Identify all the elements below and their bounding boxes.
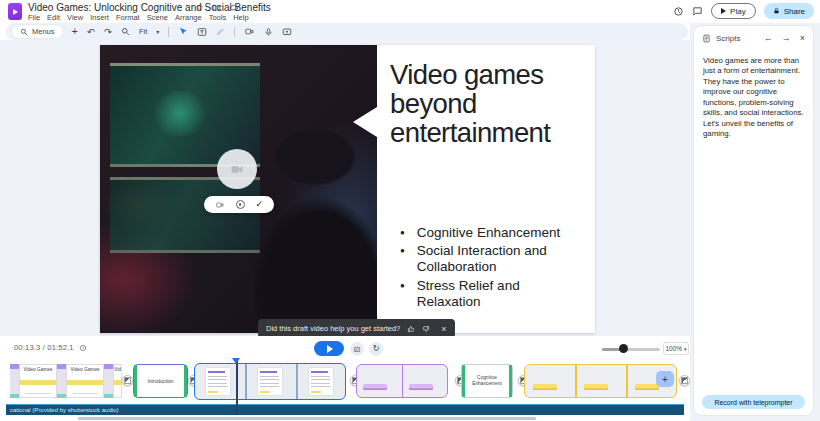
scene-thumb-strip[interactable]: [104, 364, 113, 398]
move-folder-icon[interactable]: [212, 3, 221, 12]
scene-thumbnail[interactable]: Vid: [113, 364, 122, 398]
close-tooltip-icon[interactable]: ×: [441, 324, 446, 334]
playback-time-display: 00:13.3 / 01:52.1: [14, 343, 87, 352]
confirm-check-button[interactable]: ✓: [256, 200, 264, 209]
version-history-icon[interactable]: [673, 6, 684, 17]
zoom-tool-icon[interactable]: [121, 27, 130, 36]
scene-thumb-label: Video Games: [67, 365, 103, 373]
trim-handle[interactable]: [462, 365, 465, 397]
redo-icon[interactable]: ↷: [104, 27, 112, 37]
zoom-level-value: 100%: [665, 345, 682, 352]
menu-view[interactable]: View: [67, 13, 83, 22]
thumbs-down-icon[interactable]: [422, 325, 430, 333]
scene-thumb-strip[interactable]: [57, 364, 66, 398]
gaming-photo-background[interactable]: [100, 45, 377, 333]
text-box-icon[interactable]: [197, 27, 207, 37]
menu-insert[interactable]: Insert: [90, 13, 109, 22]
bullet-text: Social Interaction and Collaboration: [417, 243, 578, 275]
playhead-line[interactable]: [236, 359, 238, 415]
purple-clip-group[interactable]: [356, 364, 448, 398]
menus-label: Menus: [32, 27, 55, 36]
record-camera-icon[interactable]: [244, 27, 255, 36]
scene-thumbnail[interactable]: Video Games: [19, 364, 57, 398]
previous-script-icon[interactable]: ←: [764, 33, 773, 43]
toolbar-divider: [234, 27, 235, 37]
select-cursor-icon[interactable]: [178, 27, 188, 37]
captions-option-button[interactable]: [350, 342, 364, 356]
record-with-teleprompter-button[interactable]: Record with teleprompter: [702, 395, 805, 409]
camera-option-button[interactable]: [215, 201, 225, 209]
clock-icon[interactable]: [79, 344, 87, 352]
next-script-icon[interactable]: →: [782, 33, 791, 43]
share-button[interactable]: Share: [764, 3, 814, 19]
bullet-item[interactable]: Stress Relief and Relaxation: [400, 278, 578, 310]
bullet-item[interactable]: Social Interaction and Collaboration: [400, 243, 578, 275]
timeline-play-button[interactable]: [314, 341, 344, 356]
present-icon[interactable]: [282, 27, 292, 37]
captions-icon: [353, 346, 361, 353]
timeline-scrollbar[interactable]: [78, 417, 536, 420]
record-dot-button[interactable]: [236, 200, 245, 209]
scripts-panel-header: Scripts ← → ×: [702, 33, 805, 43]
avatar-controls-toolbar: ✓: [204, 196, 274, 213]
mic-icon[interactable]: [264, 27, 273, 37]
app-header: Video Games: Unlocking Cognitive and Soc…: [0, 0, 820, 23]
slider-knob[interactable]: [619, 344, 628, 353]
transition-icon[interactable]: [122, 375, 133, 386]
loop-icon: ↻: [373, 345, 380, 353]
yellow-clip-group[interactable]: [524, 364, 677, 398]
menus-search-button[interactable]: Menus: [12, 25, 63, 38]
trim-handle[interactable]: [184, 365, 187, 397]
play-icon: [721, 8, 726, 14]
scene-thumbnail[interactable]: Video Games: [66, 364, 104, 398]
scene-thumb-label: Video Games: [20, 365, 56, 373]
zoom-level-select[interactable]: 100% ▾: [663, 342, 689, 355]
close-panel-icon[interactable]: ×: [800, 33, 805, 43]
bullet-item[interactable]: Cognitive Enhancement: [400, 225, 578, 241]
transition-icon[interactable]: [679, 375, 690, 386]
menu-tools[interactable]: Tools: [209, 13, 227, 22]
star-icon[interactable]: ☆: [196, 3, 204, 12]
cognitive-clip[interactable]: Cognitive Enhancement: [461, 364, 513, 398]
script-text[interactable]: Video games are more than just a form of…: [703, 56, 804, 140]
playhead-handle[interactable]: [232, 358, 240, 364]
lock-icon: [773, 7, 780, 15]
menu-format[interactable]: Format: [116, 13, 140, 22]
add-clip-button[interactable]: +: [656, 371, 674, 387]
fit-zoom-select[interactable]: Fit: [139, 27, 147, 36]
thumbs-up-icon[interactable]: [407, 325, 415, 333]
cloud-status-icon[interactable]: [229, 3, 239, 12]
pen-tool-icon[interactable]: [216, 27, 225, 36]
scripts-panel: Scripts ← → × Video games are more than …: [694, 26, 813, 415]
insert-plus-icon[interactable]: +: [72, 26, 78, 37]
undo-icon[interactable]: ↶: [87, 27, 95, 37]
menu-help[interactable]: Help: [233, 13, 248, 22]
fit-dropdown-icon[interactable]: ▾: [156, 28, 159, 35]
selected-clip-group[interactable]: [194, 363, 346, 400]
scripts-panel-title: Scripts: [716, 34, 740, 43]
menu-scene[interactable]: Scene: [147, 13, 168, 22]
scene-thumb-label: Vid: [114, 365, 121, 373]
video-canvas[interactable]: Video games beyond entertainment Cogniti…: [100, 45, 595, 333]
time-text: 00:13.3 / 01:52.1: [14, 343, 74, 352]
menu-arrange[interactable]: Arrange: [175, 13, 202, 22]
videocam-icon: [229, 163, 245, 176]
comment-icon[interactable]: [692, 6, 703, 17]
trim-handle[interactable]: [509, 365, 512, 397]
avatar-placeholder[interactable]: [217, 149, 257, 189]
share-button-label: Share: [784, 7, 805, 16]
trim-handle[interactable]: [134, 365, 137, 397]
play-button-label: Play: [730, 7, 746, 16]
menu-edit[interactable]: Edit: [47, 13, 60, 22]
slide-bullet-list[interactable]: Cognitive Enhancement Social Interaction…: [400, 225, 578, 312]
search-icon: [20, 28, 28, 36]
vids-logo-icon[interactable]: [8, 3, 22, 20]
menu-file[interactable]: File: [28, 13, 40, 22]
loop-option-button[interactable]: ↻: [369, 342, 383, 356]
clip-label: Cognitive Enhancement: [462, 375, 512, 387]
scene-thumb-strip[interactable]: [10, 364, 19, 398]
slide-title-text[interactable]: Video games beyond entertainment: [390, 60, 595, 147]
intro-clip[interactable]: Introduction: [133, 364, 188, 398]
audio-track[interactable]: cational (Provided by shutterstock audio…: [6, 404, 684, 415]
play-preview-button[interactable]: Play: [711, 3, 756, 19]
